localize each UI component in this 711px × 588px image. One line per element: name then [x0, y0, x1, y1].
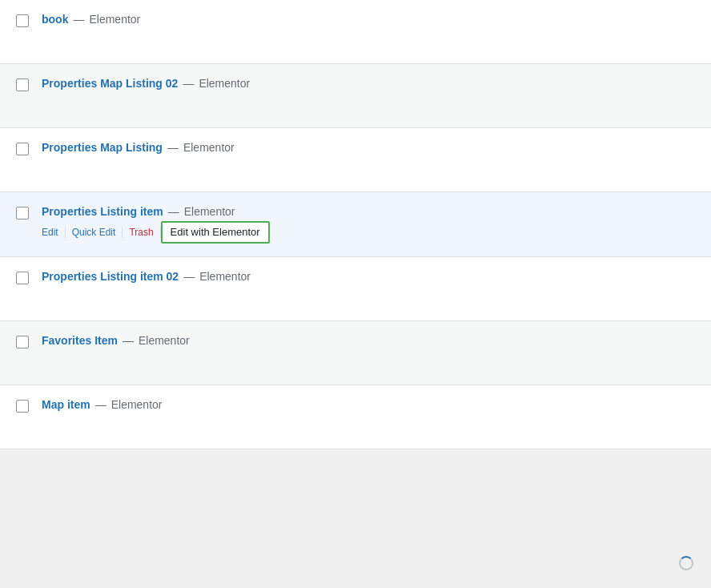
title-separator: — — [167, 141, 179, 154]
item-title-row: Properties Map Listing—Elementor — [42, 141, 695, 154]
loading-spinner — [679, 556, 693, 570]
item-title-row: Map item—Elementor — [42, 398, 695, 411]
row-actions: EditQuick EditTrashEdit with Elementor — [42, 221, 695, 244]
elementor-action[interactable]: Edit with Elementor — [161, 221, 270, 244]
list-item: Favorites Item—Elementor — [0, 321, 711, 385]
item-title-link[interactable]: Favorites Item — [42, 334, 118, 347]
item-checkbox[interactable] — [16, 272, 29, 284]
item-title-link[interactable]: Properties Listing item — [42, 205, 163, 218]
items-list: book—ElementorProperties Map Listing 02—… — [0, 0, 711, 449]
list-item: Properties Listing item 02—Elementor — [0, 257, 711, 321]
item-content: Properties Map Listing—Elementor — [42, 141, 695, 157]
list-item: Map item—Elementor — [0, 385, 711, 449]
item-content: Properties Listing item 02—Elementor — [42, 270, 695, 286]
item-content: book—Elementor — [42, 13, 695, 29]
item-checkbox[interactable] — [16, 79, 29, 91]
item-title-link[interactable]: Properties Listing item 02 — [42, 270, 179, 283]
title-separator: — — [168, 205, 179, 218]
item-title-link[interactable]: Map item — [42, 398, 90, 411]
list-item: book—Elementor — [0, 0, 711, 64]
spinner-area — [679, 556, 695, 572]
item-title-link[interactable]: Properties Map Listing — [42, 141, 163, 154]
title-separator: — — [95, 398, 106, 411]
builder-label: Elementor — [199, 77, 250, 90]
item-title-row: Favorites Item—Elementor — [42, 334, 695, 347]
builder-label: Elementor — [139, 334, 190, 347]
checkbox-wrapper — [16, 14, 29, 27]
item-checkbox[interactable] — [16, 336, 29, 348]
item-title-link[interactable]: book — [42, 13, 68, 26]
item-checkbox[interactable] — [16, 207, 29, 219]
item-content: Map item—Elementor — [42, 398, 695, 414]
title-separator: — — [183, 270, 195, 283]
title-separator: — — [183, 77, 194, 90]
list-item: Properties Listing item—ElementorEditQui… — [0, 192, 711, 257]
item-title-row: Properties Map Listing 02—Elementor — [42, 77, 695, 90]
item-content: Properties Map Listing 02—Elementor — [42, 77, 695, 93]
builder-label: Elementor — [89, 13, 140, 26]
item-title-row: Properties Listing item—Elementor — [42, 205, 695, 218]
edit-action[interactable]: Edit — [42, 227, 66, 238]
list-item: Properties Map Listing—Elementor — [0, 128, 711, 192]
checkbox-wrapper — [16, 272, 29, 284]
item-checkbox[interactable] — [16, 14, 29, 27]
list-item: Properties Map Listing 02—Elementor — [0, 64, 711, 128]
checkbox-wrapper — [16, 79, 29, 91]
builder-label: Elementor — [184, 205, 235, 218]
checkbox-wrapper — [16, 207, 29, 219]
builder-label: Elementor — [111, 398, 163, 411]
item-title-row: book—Elementor — [42, 13, 695, 26]
item-title-link[interactable]: Properties Map Listing 02 — [42, 77, 178, 90]
builder-label: Elementor — [183, 141, 235, 154]
trash-action[interactable]: Trash — [123, 227, 160, 238]
item-content: Favorites Item—Elementor — [42, 334, 695, 350]
title-separator: — — [73, 13, 84, 26]
checkbox-wrapper — [16, 143, 29, 155]
item-title-row: Properties Listing item 02—Elementor — [42, 270, 695, 283]
item-checkbox[interactable] — [16, 143, 29, 155]
item-checkbox[interactable] — [16, 400, 29, 413]
checkbox-wrapper — [16, 336, 29, 348]
builder-label: Elementor — [199, 270, 251, 283]
title-separator: — — [123, 334, 134, 347]
checkbox-wrapper — [16, 400, 29, 413]
item-content: Properties Listing item—ElementorEditQui… — [42, 205, 695, 244]
quick-edit-action[interactable]: Quick Edit — [66, 227, 123, 238]
